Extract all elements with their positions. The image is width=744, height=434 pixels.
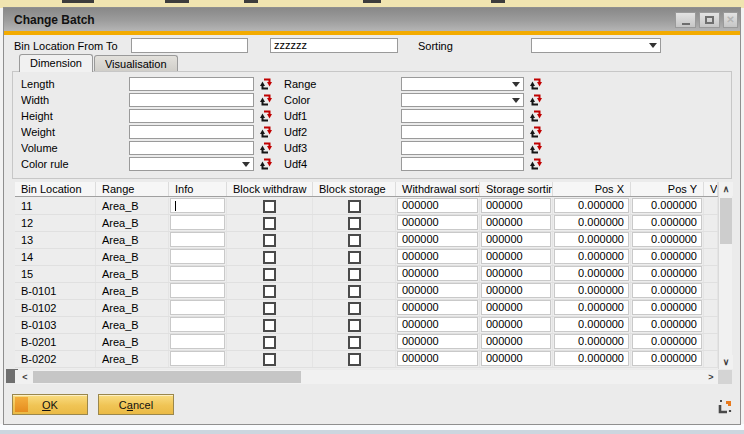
withdrawal-sorting-cell-input[interactable]: 000000 bbox=[397, 351, 478, 366]
storage-sorting-cell-input[interactable]: 000000 bbox=[481, 300, 551, 315]
pos-x-cell-input[interactable]: 0.000000 bbox=[554, 317, 629, 332]
block-withdraw-checkbox[interactable] bbox=[263, 217, 276, 230]
sync-icon[interactable] bbox=[259, 157, 273, 171]
info-cell-input[interactable] bbox=[170, 334, 225, 349]
udf1-input[interactable] bbox=[401, 109, 524, 123]
withdrawal-sorting-cell-input[interactable]: 000000 bbox=[397, 317, 478, 332]
column-header-range[interactable]: Range bbox=[96, 182, 169, 196]
range-dropdown[interactable] bbox=[401, 77, 524, 91]
info-cell-input[interactable] bbox=[170, 232, 225, 247]
block-withdraw-checkbox[interactable] bbox=[263, 285, 276, 298]
info-cell-input[interactable] bbox=[170, 198, 225, 213]
udf3-input[interactable] bbox=[401, 141, 524, 155]
pos-x-cell-input[interactable]: 0.000000 bbox=[554, 334, 629, 349]
withdrawal-sorting-cell-input[interactable]: 000000 bbox=[397, 249, 478, 264]
pos-x-cell-input[interactable]: 0.000000 bbox=[554, 266, 629, 281]
column-header-block-storage[interactable]: Block storage bbox=[313, 182, 396, 196]
block-storage-checkbox[interactable] bbox=[348, 285, 361, 298]
scroll-left-button[interactable]: < bbox=[18, 370, 32, 384]
vertical-scroll-thumb[interactable] bbox=[720, 198, 732, 244]
pos-x-cell-input[interactable]: 0.000000 bbox=[554, 351, 629, 366]
block-storage-checkbox[interactable] bbox=[348, 217, 361, 230]
sync-icon[interactable] bbox=[259, 125, 273, 139]
storage-sorting-cell-input[interactable]: 000000 bbox=[481, 317, 551, 332]
length-input[interactable] bbox=[129, 77, 254, 91]
block-storage-checkbox[interactable] bbox=[348, 319, 361, 332]
cancel-button[interactable]: Cancel bbox=[98, 394, 174, 415]
weight-input[interactable] bbox=[129, 125, 254, 139]
column-header-pos-y[interactable]: Pos Y bbox=[631, 182, 704, 196]
sync-icon[interactable] bbox=[259, 77, 273, 91]
info-cell-input[interactable] bbox=[170, 266, 225, 281]
maximize-button[interactable] bbox=[699, 12, 720, 28]
resize-grip-icon[interactable] bbox=[716, 398, 734, 416]
scroll-down-button[interactable]: ∨ bbox=[719, 355, 733, 369]
title-bar[interactable]: Change Batch ✕ bbox=[4, 8, 740, 31]
volume-input[interactable] bbox=[129, 141, 254, 155]
column-header-withdrawal-sorting[interactable]: Withdrawal sorting bbox=[396, 182, 480, 196]
block-storage-checkbox[interactable] bbox=[348, 234, 361, 247]
pos-x-cell-input[interactable]: 0.000000 bbox=[554, 249, 629, 264]
withdrawal-sorting-cell-input[interactable]: 000000 bbox=[397, 300, 478, 315]
pos-y-cell-input[interactable]: 0.000000 bbox=[632, 317, 702, 332]
info-cell-input[interactable] bbox=[170, 351, 225, 366]
pos-x-cell-input[interactable]: 0.000000 bbox=[554, 198, 629, 213]
block-withdraw-checkbox[interactable] bbox=[263, 336, 276, 349]
horizontal-scrollbar[interactable]: < > bbox=[15, 370, 718, 384]
info-cell-input[interactable] bbox=[170, 283, 225, 298]
info-cell-input[interactable] bbox=[170, 317, 225, 332]
block-storage-checkbox[interactable] bbox=[348, 268, 361, 281]
block-storage-checkbox[interactable] bbox=[348, 251, 361, 264]
block-storage-checkbox[interactable] bbox=[348, 353, 361, 366]
pos-y-cell-input[interactable]: 0.000000 bbox=[632, 266, 702, 281]
block-storage-checkbox[interactable] bbox=[348, 302, 361, 315]
pos-x-cell-input[interactable]: 0.000000 bbox=[554, 215, 629, 230]
column-header-info[interactable]: Info bbox=[169, 182, 227, 196]
horizontal-scroll-thumb[interactable] bbox=[33, 371, 301, 383]
sync-icon[interactable] bbox=[529, 141, 543, 155]
storage-sorting-cell-input[interactable]: 000000 bbox=[481, 283, 551, 298]
color-rule-dropdown[interactable] bbox=[129, 157, 254, 171]
vertical-scrollbar[interactable]: ∧ ∨ bbox=[718, 182, 732, 369]
scroll-up-button[interactable]: ∧ bbox=[719, 182, 733, 196]
tab-visualisation[interactable]: Visualisation bbox=[94, 55, 178, 72]
pos-y-cell-input[interactable]: 0.000000 bbox=[632, 198, 702, 213]
info-cell-input[interactable] bbox=[170, 300, 225, 315]
sync-icon[interactable] bbox=[259, 109, 273, 123]
sync-icon[interactable] bbox=[529, 77, 543, 91]
block-withdraw-checkbox[interactable] bbox=[263, 251, 276, 264]
block-withdraw-checkbox[interactable] bbox=[263, 353, 276, 366]
sync-icon[interactable] bbox=[529, 93, 543, 107]
block-withdraw-checkbox[interactable] bbox=[263, 200, 276, 213]
bin-location-to-input[interactable]: zzzzzz bbox=[270, 38, 398, 53]
sorting-dropdown[interactable] bbox=[531, 38, 661, 53]
storage-sorting-cell-input[interactable]: 000000 bbox=[481, 198, 551, 213]
sync-icon[interactable] bbox=[529, 125, 543, 139]
sync-icon[interactable] bbox=[529, 109, 543, 123]
ok-button[interactable]: OK bbox=[12, 394, 88, 415]
minimize-button[interactable] bbox=[675, 12, 696, 28]
withdrawal-sorting-cell-input[interactable]: 000000 bbox=[397, 334, 478, 349]
pos-y-cell-input[interactable]: 0.000000 bbox=[632, 300, 702, 315]
column-header-pos-x[interactable]: Pos X bbox=[553, 182, 631, 196]
sync-icon[interactable] bbox=[259, 93, 273, 107]
close-button[interactable]: ✕ bbox=[723, 12, 738, 28]
pos-x-cell-input[interactable]: 0.000000 bbox=[554, 283, 629, 298]
sync-icon[interactable] bbox=[259, 141, 273, 155]
pos-x-cell-input[interactable]: 0.000000 bbox=[554, 232, 629, 247]
block-withdraw-checkbox[interactable] bbox=[263, 268, 276, 281]
block-storage-checkbox[interactable] bbox=[348, 336, 361, 349]
sync-icon[interactable] bbox=[529, 157, 543, 171]
storage-sorting-cell-input[interactable]: 000000 bbox=[481, 215, 551, 230]
withdrawal-sorting-cell-input[interactable]: 000000 bbox=[397, 198, 478, 213]
withdrawal-sorting-cell-input[interactable]: 000000 bbox=[397, 283, 478, 298]
storage-sorting-cell-input[interactable]: 000000 bbox=[481, 232, 551, 247]
storage-sorting-cell-input[interactable]: 000000 bbox=[481, 266, 551, 281]
pos-y-cell-input[interactable]: 0.000000 bbox=[632, 351, 702, 366]
color-dropdown[interactable] bbox=[401, 93, 524, 107]
column-header-storage-sorting[interactable]: Storage sorting bbox=[480, 182, 553, 196]
column-header-bin[interactable]: Bin Location bbox=[15, 182, 96, 196]
block-withdraw-checkbox[interactable] bbox=[263, 234, 276, 247]
pos-x-cell-input[interactable]: 0.000000 bbox=[554, 300, 629, 315]
udf2-input[interactable] bbox=[401, 125, 524, 139]
